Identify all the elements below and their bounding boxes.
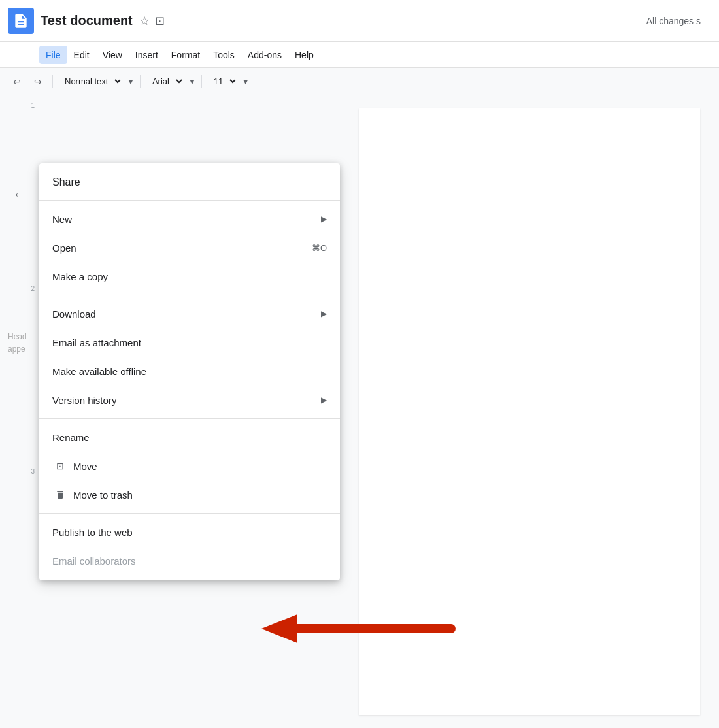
open-label: Open (52, 242, 312, 254)
version-history-label: Version history (52, 395, 321, 406)
ruler-num-3: 3 (31, 468, 35, 475)
divider-4 (39, 513, 340, 514)
menu-help[interactable]: Help (288, 46, 320, 64)
menu-item-share[interactable]: Share (39, 169, 340, 196)
menu-item-publish[interactable]: Publish to the web (39, 518, 340, 546)
menu-item-new[interactable]: New ▶ (39, 205, 340, 233)
document-page (359, 108, 700, 715)
font-dropdown-arrow: ▼ (188, 77, 196, 86)
divider-3 (39, 418, 340, 419)
menu-item-offline[interactable]: Make available offline (39, 357, 340, 386)
share-label: Share (52, 176, 80, 188)
page-content-area (340, 95, 719, 728)
toolbar-divider-3 (201, 75, 202, 88)
doc-area: 1 2 3 ← Head appe Share New ▶ Open ⌘O (0, 95, 719, 728)
move-folder-icon: ⊡ (52, 461, 68, 471)
save-status: All changes s (646, 16, 701, 26)
make-copy-label: Make a copy (52, 271, 327, 282)
menu-item-move[interactable]: ⊡ Move (39, 452, 340, 480)
app-icon (8, 8, 34, 34)
menu-item-rename[interactable]: Rename (39, 423, 340, 452)
menu-view[interactable]: View (96, 46, 129, 64)
ruler-num-1: 1 (31, 102, 35, 109)
divider-1 (39, 200, 340, 201)
menu-item-email-attachment[interactable]: Email as attachment (39, 328, 340, 357)
version-history-arrow-icon: ▶ (321, 395, 327, 405)
email-attachment-label: Email as attachment (52, 337, 327, 348)
menu-edit[interactable]: Edit (67, 46, 96, 64)
star-icon[interactable]: ☆ (139, 14, 150, 28)
menu-item-download[interactable]: Download ▶ (39, 299, 340, 328)
toolbar-divider-1 (52, 75, 53, 88)
doc-edge-text: Head appe (8, 331, 27, 356)
doc-line1: Head (8, 331, 27, 343)
new-label: New (52, 214, 321, 225)
top-bar: Test document ☆ ⊡ All changes s (0, 0, 719, 42)
menu-addons[interactable]: Add-ons (241, 46, 288, 64)
style-dropdown-arrow: ▼ (127, 77, 135, 86)
download-label: Download (52, 308, 321, 320)
redo-button[interactable]: ↪ (29, 73, 47, 91)
menu-item-version-history[interactable]: Version history ▶ (39, 386, 340, 414)
paragraph-style-select[interactable]: Normal text (58, 73, 123, 90)
trash-icon (52, 489, 68, 500)
menu-item-email-collaborators[interactable]: Email collaborators (39, 546, 340, 575)
font-select[interactable]: Arial (146, 73, 184, 90)
left-sidebar: 1 2 3 ← Head appe (0, 95, 39, 728)
move-label: Move (73, 461, 327, 472)
divider-2 (39, 295, 340, 295)
menu-insert[interactable]: Insert (129, 46, 165, 64)
font-size-select[interactable]: 11 (207, 73, 238, 90)
menu-item-make-copy[interactable]: Make a copy (39, 262, 340, 291)
size-dropdown-arrow: ▼ (242, 77, 250, 86)
menu-format[interactable]: Format (165, 46, 207, 64)
menu-item-open[interactable]: Open ⌘O (39, 233, 340, 262)
email-collaborators-label: Email collaborators (52, 555, 327, 567)
publish-label: Publish to the web (52, 527, 327, 538)
doc-title: Test document (41, 13, 133, 28)
back-arrow[interactable]: ← (13, 187, 26, 202)
svg-marker-1 (261, 614, 297, 643)
menu-bar: File Edit View Insert Format Tools Add-o… (0, 42, 719, 68)
docs-icon-svg (12, 12, 29, 29)
new-arrow-icon: ▶ (321, 214, 327, 223)
undo-button[interactable]: ↩ (8, 73, 26, 91)
menu-file[interactable]: File (39, 46, 67, 64)
open-shortcut: ⌘O (312, 243, 327, 253)
menu-item-trash[interactable]: Move to trash (39, 480, 340, 509)
doc-line2: appe (8, 343, 27, 356)
title-icons: ☆ ⊡ (139, 14, 165, 28)
rename-label: Rename (52, 432, 327, 443)
offline-label: Make available offline (52, 366, 327, 377)
trash-label: Move to trash (73, 489, 327, 501)
download-arrow-icon: ▶ (321, 309, 327, 318)
menu-tools[interactable]: Tools (207, 46, 241, 64)
folder-move-icon[interactable]: ⊡ (155, 14, 165, 28)
ruler-num-2: 2 (31, 285, 35, 292)
toolbar: ↩ ↪ Normal text ▼ Arial ▼ 11 ▼ (0, 68, 719, 95)
file-dropdown-menu: Share New ▶ Open ⌘O Make a copy Download (39, 163, 340, 580)
toolbar-divider-2 (140, 75, 141, 88)
